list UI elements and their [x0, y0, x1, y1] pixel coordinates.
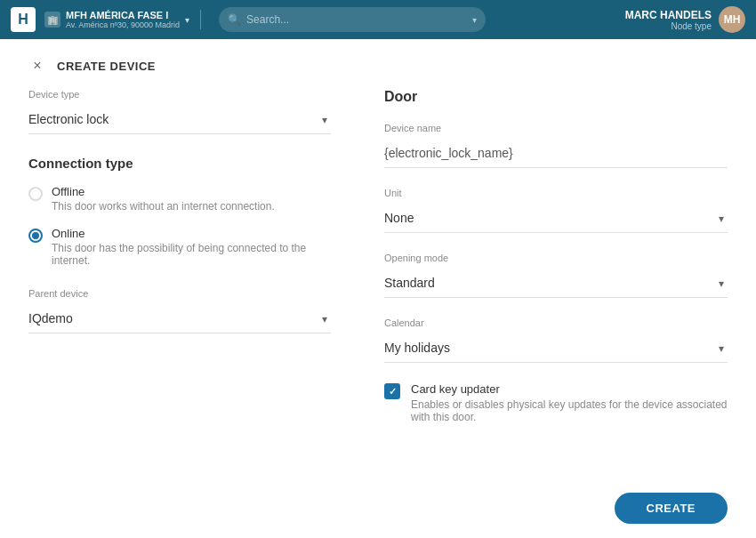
- card-key-desc: Enables or disables physical key updates…: [411, 398, 728, 423]
- device-type-select-wrapper: Electronic lock ▾: [28, 105, 331, 134]
- connection-type-title: Connection type: [28, 156, 331, 171]
- parent-device-label: Parent device: [28, 288, 331, 299]
- unit-select-wrapper: None ▾: [384, 204, 728, 233]
- close-button[interactable]: ×: [28, 57, 46, 75]
- connection-options: Offline This door works without an inter…: [28, 185, 331, 267]
- card-key-checkbox[interactable]: ✓: [384, 383, 400, 399]
- project-info: MFH AMÉRICA FASE I Av. América nº30, 900…: [66, 10, 180, 29]
- offline-text: Offline This door works without an inter…: [52, 185, 275, 213]
- checkmark-icon: ✓: [389, 386, 397, 397]
- project-selector[interactable]: 🏢 MFH AMÉRICA FASE I Av. América nº30, 9…: [44, 10, 201, 29]
- device-type-group: Device type Electronic lock ▾: [28, 89, 331, 134]
- online-label: Online: [52, 227, 331, 240]
- app-logo: H: [11, 7, 36, 32]
- device-name-group: Device name: [384, 123, 728, 168]
- create-button[interactable]: CREATE: [615, 493, 728, 524]
- user-role: Node type: [671, 21, 712, 31]
- opening-mode-group: Opening mode Standard ▾: [384, 253, 728, 298]
- search-bar[interactable]: 🔍 ▾: [219, 7, 486, 32]
- offline-option[interactable]: Offline This door works without an inter…: [28, 185, 331, 213]
- opening-mode-select[interactable]: Standard: [384, 269, 728, 298]
- unit-group: Unit None ▾: [384, 188, 728, 233]
- calendar-group: Calendar My holidays ▾: [384, 317, 728, 363]
- user-menu[interactable]: MARC HANDELS Node type MH: [625, 6, 745, 33]
- online-option[interactable]: Online This door has the possibility of …: [28, 227, 331, 267]
- search-chevron-icon: ▾: [472, 15, 477, 25]
- search-icon: 🔍: [228, 13, 241, 26]
- project-address: Av. América nº30, 90000 Madrid: [66, 20, 180, 29]
- card-key-text: Card key updater Enables or disables phy…: [411, 382, 728, 423]
- unit-select[interactable]: None: [384, 204, 728, 233]
- door-section-title: Door: [384, 89, 728, 105]
- card-key-updater-group[interactable]: ✓ Card key updater Enables or disables p…: [384, 382, 728, 423]
- opening-mode-label: Opening mode: [384, 253, 728, 263]
- right-panel: Door Device name Unit None ▾ Opening mod…: [384, 89, 728, 478]
- card-key-label: Card key updater: [411, 382, 728, 396]
- page-header: × CREATE DEVICE: [0, 39, 756, 89]
- page: × CREATE DEVICE Device type Electronic l…: [0, 39, 756, 538]
- page-title: CREATE DEVICE: [57, 60, 156, 73]
- online-radio[interactable]: [28, 229, 43, 243]
- calendar-select[interactable]: My holidays: [384, 333, 728, 363]
- building-icon: 🏢: [44, 12, 60, 28]
- offline-radio[interactable]: [28, 187, 43, 201]
- page-content: Device type Electronic lock ▾ Connection…: [0, 89, 756, 478]
- online-text: Online This door has the possibility of …: [52, 227, 331, 267]
- online-desc: This door has the possibility of being c…: [52, 242, 331, 267]
- calendar-label: Calendar: [384, 317, 728, 328]
- parent-device-group: Parent device IQdemo ▾: [28, 288, 331, 333]
- device-type-label: Device type: [28, 89, 331, 100]
- parent-device-select-wrapper: IQdemo ▾: [28, 304, 331, 333]
- project-name: MFH AMÉRICA FASE I: [66, 10, 180, 20]
- search-input[interactable]: [246, 13, 467, 26]
- user-info: MARC HANDELS Node type: [625, 9, 712, 31]
- connection-type-group: Connection type Offline This door works …: [28, 156, 331, 267]
- left-panel: Device type Electronic lock ▾ Connection…: [28, 89, 331, 478]
- top-navigation: H 🏢 MFH AMÉRICA FASE I Av. América nº30,…: [0, 0, 756, 39]
- parent-device-select[interactable]: IQdemo: [28, 304, 331, 333]
- project-chevron-icon: ▾: [185, 15, 189, 25]
- offline-label: Offline: [52, 185, 275, 198]
- calendar-select-wrapper: My holidays ▾: [384, 333, 728, 363]
- avatar: MH: [719, 6, 745, 33]
- page-footer: CREATE: [0, 478, 756, 538]
- opening-mode-select-wrapper: Standard ▾: [384, 269, 728, 298]
- device-name-label: Device name: [384, 123, 728, 133]
- unit-label: Unit: [384, 188, 728, 198]
- offline-desc: This door works without an internet conn…: [52, 200, 275, 213]
- device-type-select[interactable]: Electronic lock: [28, 105, 331, 134]
- device-name-input[interactable]: [384, 139, 728, 168]
- user-name: MARC HANDELS: [625, 9, 712, 21]
